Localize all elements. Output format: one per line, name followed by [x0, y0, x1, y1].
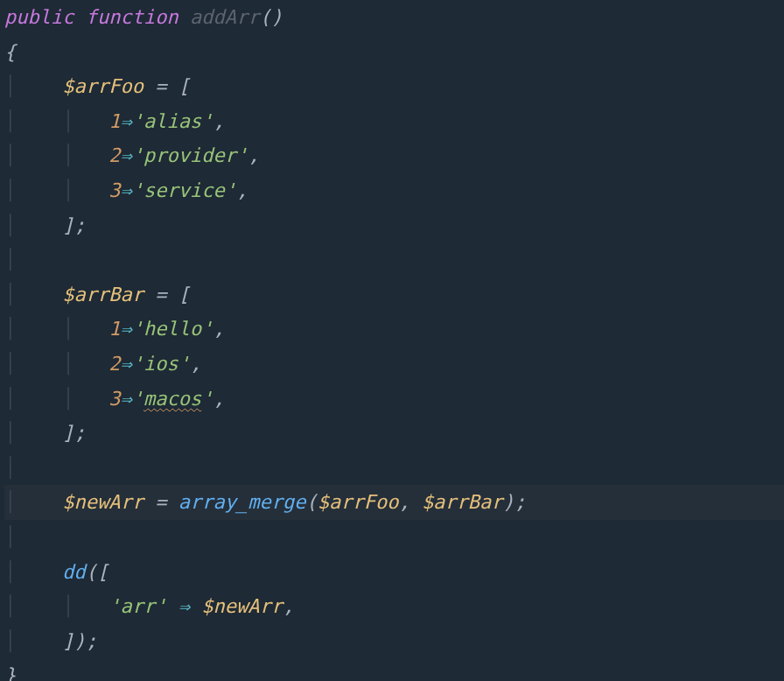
code-line: │ │ 3⇒'macos', — [4, 382, 784, 417]
string: 'ios' — [132, 353, 190, 375]
indent-guide: │ — [62, 595, 74, 617]
code-editor[interactable]: public function addArr() { │ $arrFoo = [… — [0, 0, 784, 681]
variable: $arrFoo — [62, 75, 144, 97]
code-line: │ $arrBar = [ — [4, 277, 784, 312]
indent-guide: │ — [4, 110, 16, 132]
variable: $newArr — [201, 595, 283, 617]
paren-close: ) — [74, 630, 85, 652]
string: 'alias' — [132, 110, 214, 132]
paren-close: ) — [271, 6, 283, 28]
indent-guide: │ — [4, 318, 16, 340]
comma: , — [236, 179, 248, 201]
brace-close: } — [4, 664, 16, 681]
code-line-active: │ $newArr = array_merge($arrFoo, $arrBar… — [4, 485, 784, 520]
bracket-open: [ — [97, 561, 108, 583]
indent-guide: │ — [62, 144, 74, 166]
comma: , — [248, 144, 259, 166]
variable: $arrBar — [422, 491, 503, 513]
code-line: │ │ 2⇒'ios', — [4, 347, 784, 382]
semicolon: ; — [86, 630, 97, 652]
indent-guide: │ — [4, 595, 16, 617]
bracket-close: ] — [62, 214, 74, 236]
code-line: │ │ 3⇒'service', — [4, 173, 784, 208]
indent-guide: │ — [4, 491, 16, 513]
function-call: dd — [62, 561, 86, 583]
string: 'service' — [132, 179, 236, 201]
code-line: │ ]; — [4, 208, 784, 243]
number: 1 — [108, 318, 120, 340]
code-line: │ — [4, 520, 784, 555]
code-line: │ $arrFoo = [ — [4, 69, 784, 104]
indent-guide: │ — [62, 318, 74, 340]
number: 2 — [108, 144, 120, 166]
indent-guide: │ — [4, 457, 16, 479]
paren-close: ) — [503, 491, 514, 513]
operator-equals: = — [155, 491, 166, 513]
code-line: │ │ 1⇒'hello', — [4, 312, 784, 347]
string: 'provider' — [132, 144, 248, 166]
indent-guide: │ — [4, 75, 16, 97]
string-quote: ' — [132, 388, 144, 410]
number: 3 — [108, 388, 120, 410]
comma: , — [283, 595, 294, 617]
comma: , — [190, 353, 201, 375]
indent-guide: │ — [62, 388, 74, 410]
indent-guide: │ — [4, 144, 16, 166]
arrow-operator: ⇒ — [120, 144, 131, 166]
string: 'arr' — [108, 595, 166, 617]
indent-guide: │ — [4, 214, 16, 236]
indent-guide: │ — [4, 422, 16, 444]
indent-guide: │ — [62, 353, 74, 375]
indent-guide: │ — [4, 388, 16, 410]
code-line: { — [4, 35, 784, 70]
indent-guide: │ — [4, 249, 16, 270]
arrow-operator: ⇒ — [120, 388, 131, 410]
arrow-operator: ⇒ — [120, 179, 131, 201]
comma: , — [213, 110, 224, 132]
number: 2 — [108, 353, 120, 375]
comma: , — [398, 491, 410, 513]
semicolon: ; — [74, 422, 85, 444]
semicolon: ; — [514, 491, 526, 513]
code-line: │ dd([ — [4, 555, 784, 590]
operator-equals: = — [155, 75, 166, 97]
code-line: │ │ 1⇒'alias', — [4, 104, 784, 139]
code-line: │ — [4, 451, 784, 486]
code-line: │ — [4, 242, 784, 277]
indent-guide: │ — [4, 526, 16, 548]
code-line: │ │ 'arr' ⇒ $newArr, — [4, 589, 784, 624]
operator-equals: = — [155, 284, 166, 305]
string: 'hello' — [132, 318, 214, 340]
semicolon: ; — [74, 214, 85, 236]
code-line: │ ]; — [4, 416, 784, 451]
number: 3 — [108, 179, 120, 201]
paren-open: ( — [259, 6, 270, 28]
indent-guide: │ — [4, 284, 16, 305]
indent-guide: │ — [4, 630, 16, 652]
indent-guide: │ — [4, 561, 16, 583]
bracket-open: [ — [178, 75, 190, 97]
code-line: │ │ 2⇒'provider', — [4, 138, 784, 173]
comma: , — [213, 388, 224, 410]
code-line: │ ]); — [4, 624, 784, 659]
arrow-operator: ⇒ — [120, 110, 131, 132]
keyword-function: function — [86, 6, 178, 28]
arrow-operator: ⇒ — [120, 318, 131, 340]
arrow-operator: ⇒ — [178, 595, 190, 617]
indent-guide: │ — [62, 179, 74, 201]
number: 1 — [108, 110, 120, 132]
keyword-public: public — [4, 6, 74, 28]
comma: , — [213, 318, 224, 340]
string-quote: ' — [201, 388, 213, 410]
variable: $arrBar — [62, 284, 144, 305]
bracket-close: ] — [62, 630, 74, 652]
paren-open: ( — [86, 561, 97, 583]
indent-guide: │ — [62, 110, 74, 132]
function-call: array_merge — [178, 491, 306, 513]
variable: $arrFoo — [318, 491, 399, 513]
code-line: public function addArr() — [4, 0, 784, 35]
indent-guide: │ — [4, 353, 16, 375]
brace-open: { — [4, 41, 16, 63]
indent-guide: │ — [4, 179, 16, 201]
arrow-operator: ⇒ — [120, 353, 131, 375]
